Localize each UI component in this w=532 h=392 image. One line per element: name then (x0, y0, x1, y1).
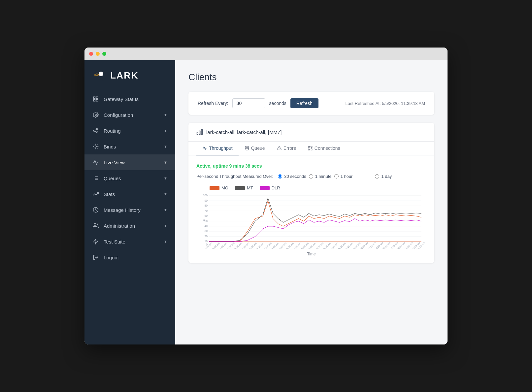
dlr-line (209, 218, 421, 242)
queue-tab-icon (245, 146, 249, 150)
svg-point-21 (94, 223, 96, 225)
binds-chevron: ▼ (164, 145, 167, 148)
legend-mt-label: MT (247, 185, 253, 190)
close-button[interactable] (89, 52, 93, 56)
option-1m[interactable]: 1 minute (309, 174, 332, 179)
live-view-label: Live View (104, 160, 125, 165)
chart-card-title: lark-catch-all: lark-catch-all, [MM7] (206, 129, 282, 135)
svg-point-9 (93, 130, 95, 132)
svg-text:20: 20 (205, 235, 208, 238)
svg-point-2 (99, 72, 103, 76)
svg-text:100: 100 (203, 194, 208, 197)
svg-rect-29 (308, 146, 310, 147)
sidebar-item-queues[interactable]: Queues ▼ (84, 170, 175, 186)
client-chart-card: lark-catch-all: lark-catch-all, [MM7] Th… (188, 123, 434, 263)
tab-queue[interactable]: Queue (239, 142, 271, 155)
option-30s[interactable]: 30 seconds (278, 174, 306, 179)
message-history-icon (92, 207, 99, 213)
legend-mo-label: MO (221, 185, 228, 190)
app-body: LARK Gateway Status (84, 60, 448, 344)
refresh-bar: Refresh Every: seconds Refresh Last Refr… (188, 92, 434, 115)
test-suite-chevron: ▼ (164, 240, 167, 244)
chart-card-header: lark-catch-all: lark-catch-all, [MM7] (188, 123, 434, 142)
svg-rect-32 (308, 149, 310, 150)
legend-mt-color (235, 186, 245, 190)
logout-icon (92, 254, 99, 261)
page-title: Clients (188, 72, 434, 82)
binds-label: Binds (104, 144, 116, 149)
chart-legend: MO MT DLR (196, 185, 426, 190)
sidebar-nav: Gateway Status Configuration ▼ (84, 91, 175, 338)
logo: LARK (84, 60, 175, 91)
refresh-seconds-label: seconds (269, 101, 286, 106)
svg-point-26 (245, 146, 249, 147)
throughput-label: Per-second Throughput Measured Over: (196, 174, 273, 179)
sidebar-item-binds[interactable]: Binds ▼ (84, 139, 175, 154)
legend-dlr-color (260, 186, 270, 190)
svg-text:80: 80 (205, 204, 208, 207)
refresh-interval-input[interactable] (232, 98, 265, 108)
svg-rect-4 (96, 97, 98, 98)
configuration-chevron: ▼ (164, 113, 167, 117)
logo-text: LARK (110, 70, 139, 81)
svg-text:40: 40 (205, 224, 208, 228)
titlebar (84, 48, 448, 60)
svg-rect-5 (96, 100, 98, 101)
svg-text:30: 30 (205, 229, 208, 233)
gateway-status-icon (92, 96, 99, 102)
sidebar-item-message-history[interactable]: Message History ▼ (84, 202, 175, 218)
svg-text:60: 60 (205, 214, 208, 217)
svg-point-8 (96, 128, 98, 130)
minimize-button[interactable] (96, 52, 100, 56)
sidebar-item-logout[interactable]: Logout (84, 249, 175, 265)
routing-label: Routing (104, 128, 121, 134)
sidebar-item-gateway-status[interactable]: Gateway Status (84, 91, 175, 107)
sidebar-item-routing[interactable]: Routing ▼ (84, 123, 175, 139)
binds-icon (92, 143, 99, 150)
stats-icon (92, 191, 99, 197)
app-window: LARK Gateway Status (84, 48, 448, 344)
status-text: Active, uptime 9 mins 38 secs (196, 163, 426, 169)
option-1h[interactable]: 1 hour (334, 174, 353, 179)
main-content: Clients Refresh Every: seconds Refresh L… (175, 60, 448, 344)
tab-connections[interactable]: Connections (302, 142, 346, 155)
sidebar-item-administration[interactable]: Administration ▼ (84, 218, 175, 234)
sidebar-item-test-suite[interactable]: Test Suite ▼ (84, 234, 175, 249)
svg-rect-30 (311, 146, 312, 147)
refresh-button[interactable]: Refresh (290, 98, 318, 108)
queues-icon (92, 175, 99, 181)
svg-text:⇔: ⇔ (203, 218, 205, 222)
svg-text:10: 10 (205, 240, 208, 243)
chart-content: Active, uptime 9 mins 38 secs Per-second… (188, 155, 434, 263)
chart-wrapper: 100 90 80 70 60 50 40 30 20 10 0 (196, 193, 426, 256)
throughput-chart: 100 90 80 70 60 50 40 30 20 10 0 (196, 193, 426, 249)
message-history-label: Message History (104, 207, 141, 213)
chart-header-icon (196, 129, 203, 135)
svg-rect-31 (311, 149, 312, 150)
maximize-button[interactable] (102, 52, 106, 56)
sidebar-item-configuration[interactable]: Configuration ▼ (84, 107, 175, 123)
tab-errors[interactable]: Errors (271, 142, 302, 155)
throughput-tab-icon (202, 146, 207, 150)
legend-dlr-label: DLR (272, 185, 280, 190)
svg-rect-3 (93, 97, 95, 98)
administration-icon (92, 222, 99, 229)
refresh-label: Refresh Every: (198, 101, 228, 106)
svg-line-11 (95, 131, 96, 132)
logout-label: Logout (104, 255, 119, 260)
live-view-icon (92, 159, 99, 166)
sidebar: LARK Gateway Status (84, 60, 175, 344)
option-1d[interactable]: 1 day (375, 174, 392, 179)
queues-label: Queues (104, 176, 121, 181)
errors-tab-icon (277, 146, 282, 150)
sidebar-item-live-view[interactable]: Live View ▼ (84, 154, 175, 170)
legend-mt: MT (235, 185, 253, 190)
chart-tabs: Throughput Queue Errors Connections (188, 142, 434, 155)
mt-line (209, 198, 421, 242)
svg-rect-6 (93, 100, 95, 101)
legend-dlr: DLR (260, 185, 280, 190)
sidebar-item-stats[interactable]: Stats ▼ (84, 186, 175, 202)
tab-throughput[interactable]: Throughput (196, 142, 239, 155)
routing-icon (92, 127, 99, 134)
svg-text:90: 90 (205, 199, 208, 202)
